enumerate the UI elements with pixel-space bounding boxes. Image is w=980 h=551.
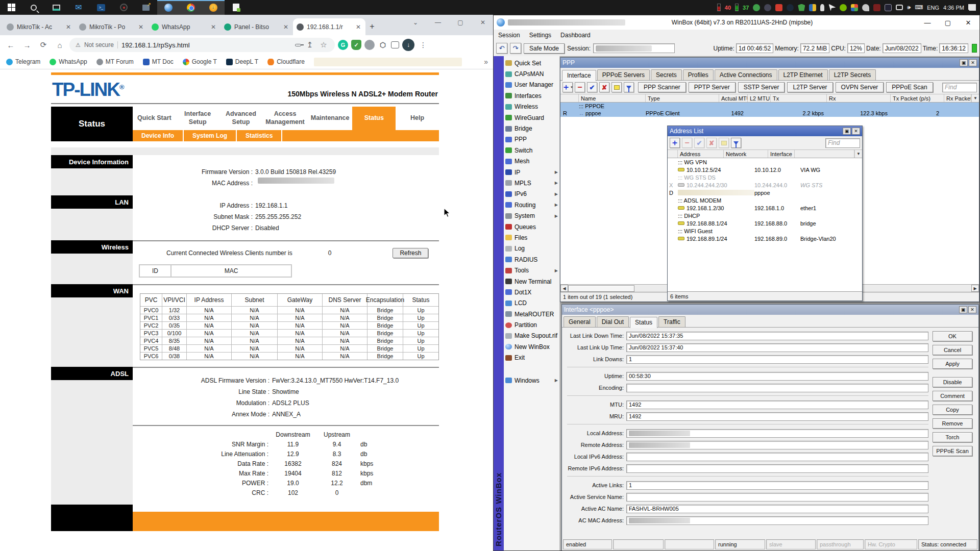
speedify-tray-icon[interactable] [775,4,782,11]
maximize-button[interactable]: ▢ [938,19,958,27]
nightlight-tray-icon[interactable] [885,4,892,11]
restore-icon[interactable]: ▣ [959,306,967,313]
scroll-right-icon[interactable]: ▶ [971,285,979,292]
new-tab-button[interactable]: + [365,20,379,33]
bookmark-item[interactable]: MT Doc [143,58,174,65]
obs-app-button[interactable] [112,0,135,15]
keyboard-icon[interactable]: ⌨ [915,4,923,11]
sidebar-item[interactable]: Bridge ▶ [504,123,559,134]
session-field[interactable] [593,43,675,53]
close-icon[interactable]: ✕ [852,128,860,135]
bookmark-item[interactable]: DeepL T [226,58,258,65]
column-dropdown-icon[interactable]: ▼ [971,94,979,102]
address-row[interactable]: ::: ADSL MODEM [668,196,862,204]
adblock-extension-icon[interactable]: ✓ [351,40,361,50]
sidebar-item[interactable]: IP ▶ [504,167,559,178]
bookmark-item[interactable]: WhatsApp [50,58,87,65]
sidebar-item[interactable]: New Terminal ▶ [504,276,559,287]
volume-icon[interactable]: 🕪 [907,4,911,11]
network-tray-icon[interactable] [896,5,903,10]
s-app-tray-icon[interactable] [873,4,880,11]
sidebar-item[interactable]: PPP ▶ [504,134,559,145]
dialog-button[interactable]: Disable [933,377,972,387]
mail-app-button[interactable]: ✉ [67,0,90,15]
dialog-tab[interactable]: Traffic [658,316,685,328]
sidebar-item[interactable]: Log ▶ [504,243,559,254]
field-input[interactable]: 00:58:30 [626,372,928,381]
clock[interactable]: 4:36 PM [943,5,964,11]
chrome-menu-icon[interactable]: ⋮ [418,41,429,49]
close-icon[interactable]: ✕ [968,306,976,313]
browser-tab[interactable]: MikroTik - Po ✕ [76,18,148,35]
extension-icon[interactable] [364,40,375,50]
sidebar-item[interactable]: Switch ▶ [504,145,559,156]
enable-button[interactable]: ✔ [694,138,704,148]
add-button[interactable]: ＋▼ [562,82,573,92]
address-row[interactable]: ::: WG VPN [668,158,862,166]
add-button[interactable]: ＋ [670,138,680,148]
address-row[interactable]: ::: WIFI Guest [668,227,862,235]
sidebar-item[interactable]: New WinBox ▶ [504,341,559,352]
nav-item[interactable]: Help [396,107,439,130]
field-input[interactable]: Jun/08/2022 15:37:40 [626,343,928,352]
ppp-tab[interactable]: L2TP Ethernet [778,69,828,81]
notification-center-icon[interactable] [968,4,976,11]
nav-item[interactable]: Maintenance [308,107,353,130]
sidebar-item[interactable]: RADIUS ▶ [504,254,559,265]
shield-check-tray-icon[interactable] [798,4,805,11]
dialog-tab[interactable]: Dial Out [597,316,629,328]
back-icon[interactable]: ← [4,38,17,52]
dialog-title-bar[interactable]: Interface <pppoe> ▣ ✕ [562,305,978,315]
disable-button[interactable]: ✘ [706,138,717,148]
field-input[interactable] [626,384,928,392]
filter-icon[interactable] [731,138,741,148]
notepad-taskbar-button[interactable] [225,0,247,15]
menu-item[interactable]: Settings [525,32,556,39]
url-text[interactable]: 192.168.1.1/rpSys.html [121,41,291,49]
dialog-tab[interactable]: Status [630,317,657,328]
address-row[interactable]: 192.168.1.2/30 192.168.1.0 ether1 [668,204,862,212]
search-button[interactable] [22,0,45,15]
close-button[interactable]: ✕ [472,19,494,26]
sidebar-item[interactable]: WireGuard ▶ [504,112,559,123]
downloads-button[interactable]: ↓ [402,39,414,51]
field-input[interactable] [626,464,928,473]
browser-tab[interactable]: WhatsApp ✕ [148,18,220,35]
enable-button[interactable]: ✔ [587,82,597,92]
field-input[interactable]: 1492 [626,400,928,409]
ppp-action-button[interactable]: SSTP Server [738,82,785,92]
sidebar-item[interactable]: User Manager ▶ [504,80,559,90]
maximize-button[interactable]: ▢ [449,19,472,26]
browser-tab[interactable]: 192.168.1.1/r ✕ [293,18,365,35]
grammarly-extension-icon[interactable]: G [338,40,348,50]
ppp-tab[interactable]: Interface [562,70,596,81]
field-input[interactable] [626,493,928,502]
address-row[interactable]: ::: DHCP [668,212,862,219]
dialog-button[interactable]: OK [933,331,972,341]
bookmark-item[interactable]: MT Forum [96,58,134,65]
find-input[interactable] [942,83,977,92]
sidebar-item[interactable]: Partition ▶ [504,319,559,330]
ppp-tab[interactable]: PPPoE Servers [597,69,650,81]
tab-close-icon[interactable]: ✕ [282,23,289,31]
dialog-button[interactable]: PPPoE Scan [933,446,972,456]
sidebar-item[interactable]: IPv6 ▶ [504,189,559,199]
menu-item[interactable]: Session [494,32,525,39]
address-row[interactable]: 192.168.88.1/24 192.168.88.0 bridge [668,219,862,227]
filter-icon[interactable] [624,82,634,92]
tab-list-caret-icon[interactable]: ⌄ [404,19,427,26]
redo-icon[interactable]: ↷ [510,43,521,54]
bookmark-item[interactable]: Telegram [6,58,40,65]
extensions-puzzle-icon[interactable]: ⬡ [378,40,388,50]
ppp-interface-row[interactable]: R ↔pppoe PPPoE Client 1492 2.2 kbps 122.… [560,110,979,117]
tab-close-icon[interactable]: ✕ [210,23,217,31]
winbox-taskbar-button[interactable] [157,0,180,15]
dialog-button[interactable]: Apply [933,359,972,369]
sidebar-item[interactable]: Exit ▶ [504,353,559,363]
remove-button[interactable]: − [682,138,692,148]
bookmark-item[interactable]: Cloudflare [267,58,305,65]
sidebar-item[interactable]: Wireless ▶ [504,102,559,112]
ppp-action-button[interactable]: PPTP Server [689,82,736,92]
address-row[interactable]: ::: WG STS DS [668,173,862,181]
address-row[interactable]: 192.168.89.1/24 192.168.89.0 Bridge-Vlan… [668,235,862,242]
